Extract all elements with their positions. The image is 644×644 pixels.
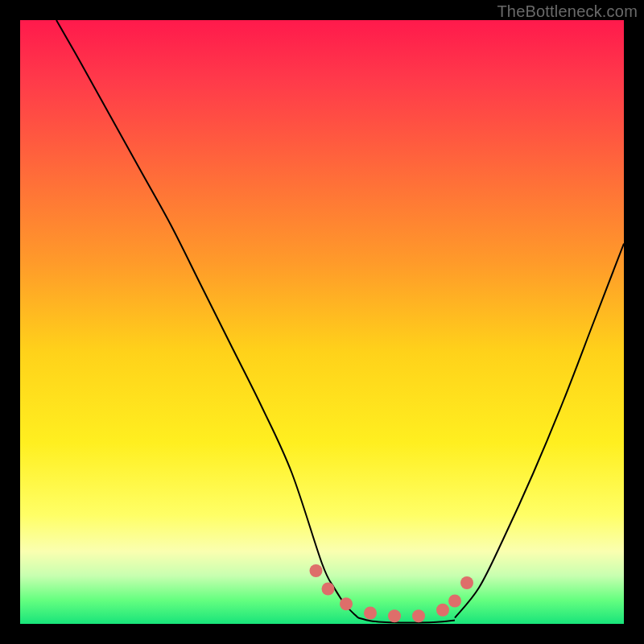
highlight-dot <box>310 564 323 577</box>
highlight-dot <box>388 609 401 622</box>
highlight-dot <box>364 607 377 620</box>
highlight-dot <box>412 609 425 622</box>
chart-svg <box>20 20 624 624</box>
highlight-dots-group <box>310 564 474 622</box>
highlight-dot <box>448 595 461 608</box>
curve-right <box>455 244 624 618</box>
highlight-dot <box>322 583 335 596</box>
highlight-dot <box>340 597 353 610</box>
watermark-text: TheBottleneck.com <box>497 2 638 21</box>
highlight-dot <box>436 604 449 617</box>
chart-frame: TheBottleneck.com <box>0 0 644 644</box>
plot-area <box>20 20 624 624</box>
curve-left <box>56 20 358 618</box>
highlight-dot <box>460 576 473 589</box>
